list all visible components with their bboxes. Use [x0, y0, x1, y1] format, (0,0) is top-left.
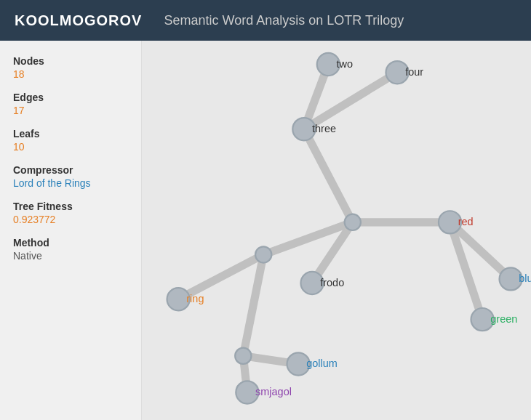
graph-node[interactable]: two	[317, 53, 353, 76]
nodes-value: 18	[13, 68, 128, 80]
graph-edge	[243, 254, 263, 355]
graph-node[interactable]: green	[471, 308, 518, 331]
node-label: red	[458, 216, 474, 227]
method-label: Method	[13, 237, 128, 249]
node-label: gollum	[306, 358, 338, 369]
graph-node[interactable]	[345, 214, 361, 230]
graph-node[interactable]: frodo	[300, 272, 344, 294]
graph-node[interactable]: four	[386, 61, 423, 84]
leafs-value: 10	[13, 141, 128, 153]
method-value: Native	[13, 250, 128, 262]
node-label: four	[405, 66, 423, 78]
node-label: ring	[186, 293, 204, 304]
node-circle	[255, 246, 271, 262]
content-area: Nodes 18 Edges 17 Leafs 10 Compressor Lo…	[0, 41, 531, 420]
graph-node[interactable]: gollum	[287, 352, 338, 375]
leafs-label: Leafs	[13, 128, 128, 140]
sidebar: Nodes 18 Edges 17 Leafs 10 Compressor Lo…	[0, 41, 142, 420]
compressor-value[interactable]: Lord of the Rings	[13, 177, 128, 189]
node-label: green	[490, 313, 517, 325]
header: KOOLMOGOROV Semantic Word Analysis on LO…	[0, 0, 531, 41]
edges-value: 17	[13, 105, 128, 116]
graph-area: twofourthreeredfrodobluegreenringgollums…	[142, 41, 531, 420]
node-label: two	[337, 58, 354, 70]
nodes-label: Nodes	[13, 55, 128, 67]
graph-node[interactable]	[255, 246, 271, 262]
graph-node[interactable]: red	[439, 211, 474, 233]
compressor-label: Compressor	[13, 164, 128, 176]
graph-edge	[304, 129, 353, 222]
graph-node[interactable]: smjagol	[236, 381, 292, 403]
graph-node[interactable]: blue	[500, 267, 531, 290]
edges-group	[178, 65, 511, 392]
node-label: three	[312, 123, 336, 134]
node-label: frodo	[320, 277, 344, 288]
node-circle	[345, 214, 361, 230]
treefitness-label: Tree Fitness	[13, 201, 128, 212]
node-circle	[235, 348, 251, 364]
logo: KOOLMOGOROV	[15, 12, 142, 29]
page-title: Semantic Word Analysis on LOTR Trilogy	[164, 13, 404, 28]
node-label: blue	[519, 272, 531, 284]
graph-svg: twofourthreeredfrodobluegreenringgollums…	[142, 41, 531, 420]
graph-node[interactable]	[235, 348, 251, 364]
treefitness-value: 0.923772	[13, 214, 128, 225]
node-label: smjagol	[255, 386, 292, 397]
edges-label: Edges	[13, 92, 128, 103]
